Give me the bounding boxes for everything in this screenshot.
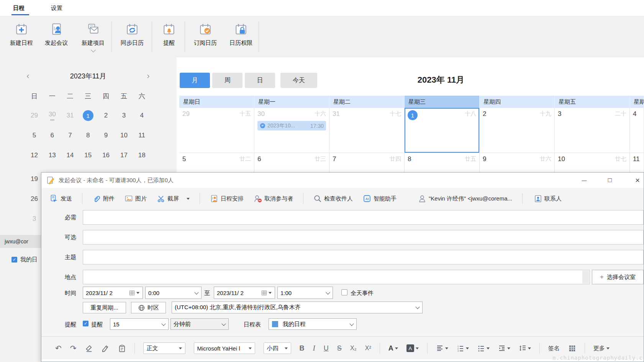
table-button[interactable] <box>568 344 576 352</box>
choose-room-button[interactable]: 选择会议室 <box>592 270 644 284</box>
day-cell[interactable]: 2十九 <box>480 108 555 153</box>
mini-day[interactable]: 6 <box>43 126 61 145</box>
reminder-unit-select[interactable]: 分钟前 <box>170 318 229 330</box>
mini-day[interactable]: 11 <box>133 126 151 145</box>
maximize-button[interactable] <box>603 173 616 188</box>
day-cell[interactable]: 31十七 <box>329 108 405 153</box>
paragraph-style-select[interactable]: 正文 <box>143 342 185 354</box>
sync-calendar-button[interactable]: 同步日历 <box>115 20 149 55</box>
required-field[interactable] <box>83 210 644 225</box>
timezone-select[interactable]: (UTC+08:00) 北京,重庆,香港特别行政区,乌鲁木齐 <box>172 302 423 313</box>
paste-icon[interactable] <box>118 344 126 352</box>
mini-day[interactable]: 29 <box>25 106 43 126</box>
end-date-picker[interactable]: 2023/11/ 2 <box>214 287 275 299</box>
start-time-select[interactable]: 0:00 <box>145 287 202 299</box>
mini-day[interactable]: 10 <box>115 126 133 145</box>
new-project-button[interactable]: 新建项目 <box>76 20 110 55</box>
mini-day[interactable]: 17 <box>115 145 133 165</box>
mini-day[interactable]: 8 <box>79 126 97 145</box>
start-meeting-button[interactable]: 发起会议 <box>39 20 73 55</box>
undo-icon[interactable] <box>55 344 62 353</box>
mini-day[interactable]: 3 <box>25 215 43 223</box>
ai-assistant-button[interactable]: AI 智能助手 <box>363 194 397 203</box>
contacts-button[interactable]: 联系人 <box>534 194 562 203</box>
tab-settings[interactable]: 设置 <box>51 0 62 16</box>
italic-button[interactable]: I <box>313 344 315 352</box>
font-name-select[interactable]: Microsoft YaHei l <box>194 342 255 354</box>
schedule-arrange-button[interactable]: 日程安排 <box>210 194 244 203</box>
mini-day-selected[interactable]: 1 <box>79 106 97 126</box>
attachment-button[interactable]: 附件 <box>92 194 115 203</box>
superscript-button[interactable]: X² <box>365 345 371 352</box>
screenshot-button[interactable]: 截屏 <box>157 194 190 203</box>
reminder-checkbox[interactable] <box>83 321 88 326</box>
bullet-list-button[interactable] <box>477 344 490 352</box>
close-button[interactable] <box>631 173 644 188</box>
mini-day[interactable]: 4 <box>133 106 151 126</box>
mini-day[interactable]: 26 <box>25 195 43 203</box>
view-month-button[interactable]: 月 <box>180 73 210 88</box>
view-week-button[interactable]: 周 <box>212 73 243 88</box>
mini-day[interactable]: 13 <box>43 145 61 165</box>
day-cell[interactable]: 3二十 <box>555 108 630 153</box>
redo-icon[interactable] <box>70 344 77 353</box>
signature-button[interactable]: 签名 <box>548 345 560 352</box>
prev-month-icon[interactable] <box>23 71 33 81</box>
indent-button[interactable] <box>498 344 510 352</box>
date-dropdown-icon[interactable] <box>136 292 139 294</box>
format-painter-icon[interactable] <box>102 344 110 352</box>
reminder-button[interactable]: 提醒 <box>157 20 180 55</box>
numbered-list-button[interactable]: 123 <box>457 344 469 352</box>
new-schedule-button[interactable]: 新建日程 <box>5 20 38 55</box>
cancel-participants-button[interactable]: 取消参与者 <box>254 194 293 203</box>
highlight-color-button[interactable]: A <box>406 344 419 352</box>
reminder-minutes-select[interactable]: 15 <box>110 318 169 330</box>
day-cell[interactable]: 29十五 <box>179 108 254 153</box>
timezone-button[interactable]: 时区 <box>131 302 166 313</box>
strikethrough-button[interactable]: S <box>337 344 342 352</box>
next-month-icon[interactable] <box>143 71 153 81</box>
end-time-select[interactable]: 1:00 <box>277 287 333 299</box>
eraser-icon[interactable] <box>85 344 93 352</box>
mini-day[interactable]: 5 <box>25 126 43 145</box>
subscribe-calendar-button[interactable]: 订阅日历 <box>188 20 222 55</box>
mini-day[interactable]: 19 <box>25 175 43 183</box>
repeat-cycle-button[interactable]: 重复周期... <box>83 302 126 313</box>
line-spacing-button[interactable] <box>519 344 531 352</box>
mini-day[interactable]: 15 <box>79 145 97 165</box>
more-button[interactable]: 更多 <box>593 345 610 352</box>
tab-schedule[interactable]: 日程 <box>13 0 25 16</box>
view-today-button[interactable]: 今天 <box>280 73 317 88</box>
minimize-button[interactable] <box>578 173 591 188</box>
align-button[interactable] <box>436 344 448 352</box>
mini-day[interactable]: 16 <box>97 145 115 165</box>
optional-field[interactable] <box>83 230 644 245</box>
font-color-button[interactable]: A <box>388 344 398 352</box>
day-cell-selected[interactable]: 1十八 <box>405 108 480 153</box>
mini-day[interactable]: 7 <box>61 126 79 145</box>
mini-day[interactable]: 9 <box>97 126 115 145</box>
mini-day[interactable]: 14 <box>61 145 79 165</box>
mini-day[interactable]: 3 <box>115 106 133 126</box>
bold-button[interactable]: B <box>300 344 305 352</box>
mini-day[interactable]: 2 <box>97 106 115 126</box>
underline-button[interactable]: U <box>324 344 329 352</box>
font-size-select[interactable]: 小四 <box>264 342 291 354</box>
dialog-titlebar[interactable]: 发起会议 - 未命名 - 可邀请300人，已添加0人 <box>41 173 644 188</box>
mini-day[interactable]: 30 <box>43 106 61 126</box>
day-cell[interactable]: 30十六 2023年10... 17:30 <box>254 108 329 153</box>
screenshot-dropdown-icon[interactable] <box>187 198 190 200</box>
sender-selector[interactable]: "Kevin 许经伟" <jwxu@corema... <box>418 194 512 203</box>
location-scrollbar[interactable] <box>582 271 589 284</box>
new-project-expand-icon[interactable] <box>91 47 96 52</box>
my-calendar-checkbox[interactable] <box>11 257 17 263</box>
event-chip[interactable]: 2023年10... 17:30 <box>257 121 326 130</box>
check-recipients-button[interactable]: 检查收件人 <box>313 194 353 203</box>
mini-day[interactable]: 31 <box>61 106 79 126</box>
image-button[interactable]: 图片 <box>125 194 147 203</box>
day-cell[interactable]: 4 <box>630 108 644 153</box>
date-dropdown-icon[interactable] <box>269 292 272 294</box>
start-date-picker[interactable]: 2023/11/ 2 <box>83 287 143 299</box>
mini-day[interactable]: 12 <box>25 145 43 165</box>
view-day-button[interactable]: 日 <box>245 73 275 88</box>
